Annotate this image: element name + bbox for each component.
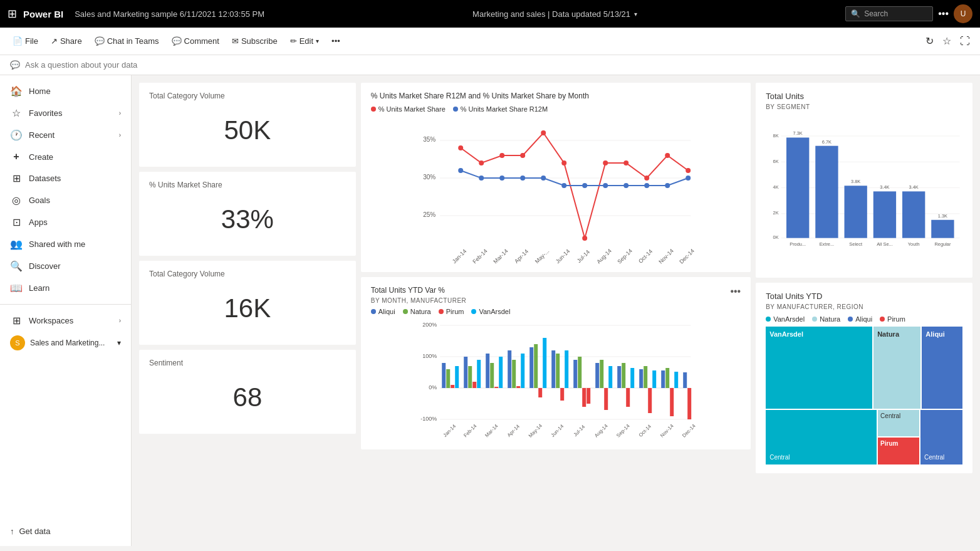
- legend-label-pirum: Pirum: [446, 308, 464, 315]
- card-value-units-market-share: 33%: [149, 192, 346, 247]
- card-value-total-cat-vol-2: 16K: [149, 281, 346, 336]
- svg-text:3.4K: 3.4K: [909, 184, 919, 190]
- file-button[interactable]: 📄 File: [8, 34, 43, 48]
- sidebar-item-create[interactable]: + Create: [0, 146, 131, 167]
- ytd-var-legend: Aliqui Natura Pirum VanArsdel: [371, 308, 741, 315]
- svg-text:Nov-14: Nov-14: [659, 423, 675, 439]
- dot-red-2: [479, 160, 484, 165]
- qna-bar: 💬: [0, 55, 980, 75]
- legend-dot-aliqui-treemap: [848, 317, 853, 322]
- toolbar-right: ↻ ☆ ⛶: [923, 33, 972, 50]
- shared-icon: 👥: [10, 238, 23, 250]
- svg-text:Dec-14: Dec-14: [681, 423, 697, 439]
- svg-text:35%: 35%: [423, 136, 435, 143]
- brand-logo: Power BI: [23, 9, 63, 19]
- ytd-var-more-button[interactable]: •••: [730, 286, 741, 297]
- sidebar-item-learn[interactable]: 📖 Learn: [0, 277, 131, 299]
- total-units-subtitle: BY SEGMENT: [766, 103, 962, 110]
- bar-apr-aliqui: [508, 350, 511, 388]
- treemap-aliqui: Aliqui: [922, 327, 962, 409]
- sidebar-label-recent: Recent: [29, 130, 55, 140]
- sidebar-item-sales-marketing[interactable]: S Sales and Marketing... ▾: [0, 332, 131, 354]
- treemap-vanarsdel-central: Central: [766, 410, 877, 464]
- treemap-visual: VanArsdel Natura Aliqui: [766, 327, 962, 464]
- bar-select: [845, 186, 867, 238]
- home-icon: 🏠: [10, 85, 23, 97]
- svg-text:Oct-14: Oct-14: [638, 423, 653, 438]
- bar-aug-pirum: [604, 388, 608, 410]
- bar-oct-natura: [644, 366, 647, 388]
- card-title-total-cat-vol-2: Total Category Volume: [149, 270, 346, 278]
- legend-dot-pirum: [439, 309, 444, 314]
- treemap-pirum-label: Pirum: [880, 440, 898, 447]
- treemap-natura-label: Natura: [877, 330, 899, 338]
- grid-icon[interactable]: ⊞: [8, 7, 17, 21]
- get-data-button[interactable]: ↑ Get data: [0, 522, 131, 541]
- sidebar-item-datasets[interactable]: ⊞ Datasets: [0, 167, 131, 189]
- sidebar-item-home[interactable]: 🏠 Home: [0, 80, 131, 102]
- bar-may-pirum[interactable]: [538, 388, 542, 397]
- workspace-icon: S: [10, 335, 25, 350]
- dot-blue-1: [458, 168, 463, 173]
- legend-label-aliqui-treemap: Aliqui: [855, 315, 872, 323]
- treemap-vanarsdel: VanArsdel: [766, 327, 872, 409]
- bar-aug-vanarsdel: [608, 366, 612, 388]
- legend-dot-blue: [453, 107, 458, 112]
- search-icon: 🔍: [851, 9, 860, 18]
- center-info: Marketing and sales | Data updated 5/13/…: [271, 9, 839, 19]
- bar-sep-aliqui: [617, 366, 621, 388]
- sidebar-item-apps[interactable]: ⊡ Apps: [0, 211, 131, 233]
- treemap-aliqui-central-label: Central: [924, 454, 944, 461]
- sidebar-item-shared[interactable]: 👥 Shared with me: [0, 233, 131, 255]
- subscribe-button[interactable]: ✉ Subscribe: [227, 34, 283, 48]
- caret-icon[interactable]: ▾: [634, 11, 637, 18]
- dot-blue-11: [665, 183, 670, 188]
- sidebar-label-goals: Goals: [29, 196, 50, 205]
- more-options-btn[interactable]: •••: [938, 8, 949, 19]
- treemap-aliqui-central: Central: [920, 410, 962, 464]
- legend-item-aliqui: Aliqui: [371, 308, 395, 315]
- card-sentiment: Sentiment 68: [139, 350, 356, 434]
- ytd-var-subtitle: BY MONTH, MANUFACTURER: [371, 297, 467, 304]
- search-placeholder: Search: [864, 9, 888, 18]
- favorite-button[interactable]: ☆: [940, 33, 954, 50]
- more-toolbar-button[interactable]: •••: [326, 34, 345, 48]
- bar-mar-aliqui: [486, 354, 489, 388]
- legend-dot-pirum-treemap: [880, 317, 885, 322]
- dot-blue-3: [499, 176, 504, 181]
- line-chart-legend: % Units Market Share % Units Market Shar…: [371, 105, 741, 113]
- sidebar-item-goals[interactable]: ◎ Goals: [0, 189, 131, 211]
- top-nav: ⊞ Power BI Sales and Marketing sample 6/…: [0, 0, 980, 28]
- right-col: Total Units BY SEGMENT 8K 6K 4K 2K 0K: [756, 83, 972, 473]
- share-button[interactable]: ↗ Share: [46, 34, 87, 48]
- card-title-units-market-share: % Units Market Share: [149, 181, 346, 189]
- bar-jul-pirum2: [586, 388, 590, 404]
- treemap-subtitle: BY MANUFACTURER, REGION: [766, 303, 962, 310]
- svg-text:Extre...: Extre...: [820, 241, 835, 247]
- edit-button[interactable]: ✏ Edit ▾: [285, 34, 324, 48]
- search-box[interactable]: 🔍 Search: [845, 6, 933, 21]
- sidebar-item-workspaces[interactable]: ⊞ Workspaces ›: [0, 310, 131, 332]
- fullscreen-button[interactable]: ⛶: [957, 33, 972, 50]
- svg-text:Apr-14: Apr-14: [506, 423, 521, 438]
- bar-jan-pirum: [451, 385, 454, 388]
- svg-text:0K: 0K: [773, 234, 779, 240]
- main-layout: 🏠 Home ☆ Favorites › 🕐 Recent › + Create…: [0, 75, 980, 546]
- sidebar-item-discover[interactable]: 🔍 Discover: [0, 255, 131, 277]
- avatar[interactable]: U: [954, 4, 972, 23]
- sidebar-item-recent[interactable]: 🕐 Recent ›: [0, 124, 131, 146]
- svg-text:Dec-14: Dec-14: [678, 248, 696, 265]
- treemap-vanarsdel-central-label: Central: [769, 454, 790, 461]
- qna-input[interactable]: [25, 60, 970, 70]
- line-chart-title: % Units Market Share R12M and % Units Ma…: [371, 92, 741, 100]
- treemap-natura-central-label: Central: [880, 412, 900, 419]
- legend-aliqui-treemap: Aliqui: [848, 315, 872, 323]
- svg-text:2K: 2K: [773, 211, 779, 216]
- bar-may-vanarsdel: [543, 338, 546, 388]
- refresh-button[interactable]: ↻: [923, 33, 936, 50]
- total-units-chart-area: 8K 6K 4K 2K 0K: [766, 114, 962, 273]
- comment-button[interactable]: 💬 Comment: [167, 34, 224, 48]
- chat-in-teams-button[interactable]: 💬 Chat in Teams: [90, 34, 164, 48]
- sidebar-item-favorites[interactable]: ☆ Favorites ›: [0, 102, 131, 124]
- total-units-svg: 8K 6K 4K 2K 0K: [766, 114, 962, 271]
